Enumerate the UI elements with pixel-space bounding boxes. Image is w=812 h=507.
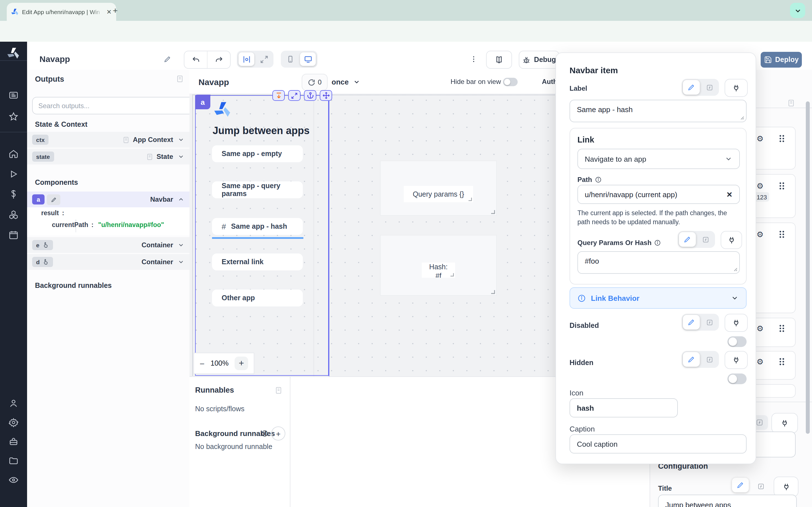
- function-icon[interactable]: [697, 232, 714, 247]
- nav-item-query-params[interactable]: Same app - query params: [212, 181, 303, 198]
- resize-handle-icon[interactable]: [491, 290, 495, 294]
- output-row-ctx[interactable]: ctx App Context: [27, 132, 190, 148]
- textarea-resize-icon[interactable]: [733, 267, 738, 272]
- add-background-runnable-button[interactable]: +: [271, 427, 285, 441]
- runnables-doc-icon[interactable]: [274, 386, 283, 394]
- sidebar-schedules-icon[interactable]: [8, 230, 18, 240]
- drag-handle-icon[interactable]: [779, 325, 785, 332]
- pencil-icon[interactable]: [679, 232, 696, 247]
- undo-button[interactable]: [185, 51, 207, 68]
- zoom-in-icon[interactable]: +: [235, 356, 248, 370]
- pencil-icon[interactable]: [732, 478, 749, 492]
- expand-down-icon[interactable]: [272, 90, 285, 101]
- hidden-toggle[interactable]: [727, 374, 747, 384]
- caption-input[interactable]: Cool caption: [569, 434, 747, 453]
- plug-icon-button[interactable]: [721, 231, 742, 249]
- nav-item-external-link[interactable]: External link: [212, 253, 303, 270]
- pencil-icon[interactable]: [683, 352, 700, 367]
- desktop-preview-button[interactable]: [300, 52, 316, 66]
- doc-icon[interactable]: [146, 153, 153, 160]
- gear-icon[interactable]: ⚙: [756, 230, 763, 238]
- pencil-icon[interactable]: [683, 315, 700, 330]
- info-icon[interactable]: [261, 430, 268, 437]
- center-layout-button[interactable]: [239, 52, 254, 66]
- selected-component-outline[interactable]: [195, 95, 329, 376]
- sidebar-apps-icon[interactable]: [8, 90, 18, 100]
- outputs-doc-icon[interactable]: [176, 75, 184, 83]
- drag-handle-icon[interactable]: [779, 230, 785, 238]
- result-key[interactable]: result: [41, 210, 59, 216]
- function-icon[interactable]: [701, 80, 718, 95]
- tab-close-icon[interactable]: ✕: [107, 8, 112, 15]
- fullwidth-layout-button[interactable]: [256, 52, 272, 66]
- plug-icon-button[interactable]: [771, 413, 798, 433]
- info-icon[interactable]: [595, 176, 602, 183]
- drag-handle-icon[interactable]: [779, 135, 785, 143]
- query-params-input[interactable]: #foo: [577, 251, 740, 274]
- mobile-preview-button[interactable]: [283, 52, 298, 66]
- gear-icon[interactable]: ⚙: [756, 325, 763, 332]
- sidebar-users-icon[interactable]: [8, 398, 18, 408]
- resize-handle-icon[interactable]: [468, 197, 472, 202]
- textarea-resize-icon[interactable]: [740, 115, 744, 120]
- resize-handle-icon[interactable]: [450, 273, 455, 277]
- component-row-container-d[interactable]: d Container: [27, 254, 190, 270]
- function-icon[interactable]: [701, 352, 718, 367]
- move-icon[interactable]: [320, 90, 332, 101]
- new-tab-button[interactable]: +: [113, 6, 118, 15]
- zoom-out-icon[interactable]: −: [200, 358, 205, 368]
- run-mode-select[interactable]: once: [332, 74, 361, 90]
- refresh-count-button[interactable]: 0: [302, 74, 327, 91]
- sidebar-variables-icon[interactable]: [8, 189, 18, 200]
- component-row-navbar[interactable]: a Navbar: [27, 191, 190, 207]
- browser-tab[interactable]: Edit App u/henri/navapp | Win ✕: [7, 3, 116, 21]
- sidebar-workers-icon[interactable]: [8, 437, 18, 447]
- expand-icon[interactable]: [288, 90, 301, 101]
- output-row-state[interactable]: state State: [27, 149, 190, 165]
- disabled-toggle[interactable]: [727, 336, 747, 347]
- nav-item-same-app-hash[interactable]: # Same app - hash: [212, 218, 303, 235]
- search-outputs-input[interactable]: [32, 97, 195, 114]
- currentpath-key[interactable]: currentPath: [52, 221, 88, 228]
- docs-book-button[interactable]: [486, 51, 512, 69]
- link-type-select[interactable]: Navigate to an app: [577, 149, 740, 169]
- drag-handle-icon[interactable]: [779, 182, 785, 190]
- resize-handle-icon[interactable]: [491, 210, 495, 214]
- plug-icon-button[interactable]: [725, 79, 748, 97]
- clear-path-icon[interactable]: ✕: [726, 190, 732, 199]
- chevron-up-icon[interactable]: [177, 196, 185, 203]
- gear-icon[interactable]: ⚙: [756, 358, 763, 365]
- tab-search-button[interactable]: [790, 3, 805, 18]
- hide-bar-toggle[interactable]: [503, 78, 518, 86]
- hash-text-box[interactable]: Hash: #f: [422, 263, 455, 278]
- sidebar-folders-icon[interactable]: [8, 456, 18, 466]
- nav-item-same-app-empty[interactable]: Same app - empty: [212, 145, 303, 162]
- component-row-container-e[interactable]: e Container: [27, 237, 190, 253]
- query-params-text-box[interactable]: Query params {}: [404, 186, 473, 202]
- plug-icon-button[interactable]: [774, 476, 799, 497]
- function-icon[interactable]: [752, 479, 769, 494]
- debug-runs-button[interactable]: Debug: [519, 51, 559, 69]
- function-icon[interactable]: [701, 315, 718, 330]
- icon-input[interactable]: hash: [569, 398, 678, 417]
- plug-icon-button[interactable]: [725, 351, 748, 369]
- settings-doc-icon[interactable]: [787, 99, 795, 107]
- deploy-button[interactable]: Deploy: [761, 52, 802, 68]
- settings-scrollbar[interactable]: [806, 101, 810, 434]
- sidebar-settings-icon[interactable]: [8, 417, 18, 428]
- anchor-icon[interactable]: [304, 90, 316, 101]
- title-field-input[interactable]: Jump between apps: [658, 495, 797, 507]
- doc-icon[interactable]: [122, 136, 130, 144]
- redo-button[interactable]: [207, 51, 230, 68]
- drag-handle-icon[interactable]: [779, 358, 785, 365]
- sidebar-audit-logs-icon[interactable]: [8, 475, 18, 485]
- pencil-icon[interactable]: [683, 80, 700, 95]
- nav-item-other-app[interactable]: Other app: [212, 290, 303, 306]
- windmill-logo-icon[interactable]: [7, 47, 20, 60]
- plug-icon-button[interactable]: [725, 314, 748, 332]
- sidebar-home-icon[interactable]: [8, 149, 18, 159]
- link-behavior-collapsible[interactable]: Link Behavior: [569, 287, 747, 309]
- header-menu-icon[interactable]: [470, 55, 477, 63]
- pencil-icon[interactable]: [47, 194, 60, 205]
- currentpath-value[interactable]: "u/henri/navapp#foo": [98, 221, 164, 228]
